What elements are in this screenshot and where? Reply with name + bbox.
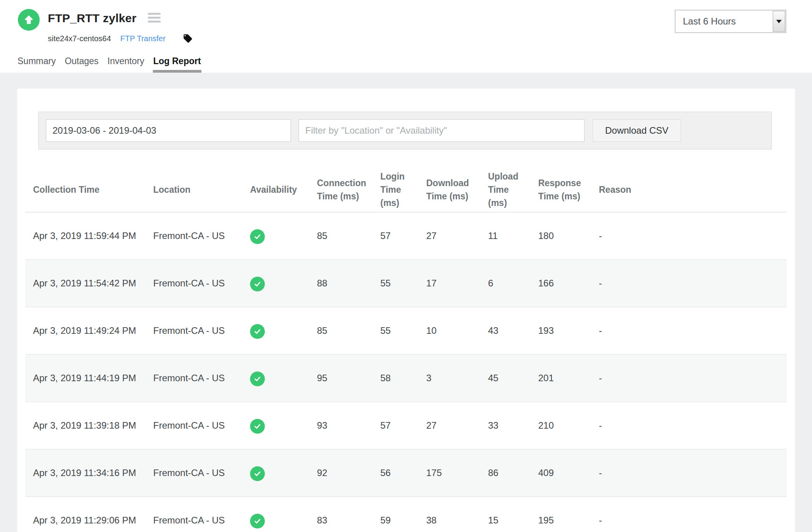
header-upload-time: Upload Time (ms) xyxy=(480,167,530,212)
cell-connection-time: 95 xyxy=(309,354,373,402)
table-header: Collection Time Location Availability Co… xyxy=(25,167,787,212)
cell-reason: - xyxy=(591,212,787,260)
cell-collection-time: Apr 3, 2019 11:29:06 PM xyxy=(25,497,145,532)
cell-availability xyxy=(242,212,309,260)
table-row: Apr 3, 2019 11:59:44 PMFremont-CA - US85… xyxy=(25,212,787,260)
cell-location: Fremont-CA - US xyxy=(145,354,242,402)
monitor-status-up-icon xyxy=(18,9,40,31)
cell-reason: - xyxy=(591,260,787,307)
download-csv-button[interactable]: Download CSV xyxy=(593,119,681,142)
cell-response-time: 210 xyxy=(530,402,591,449)
cell-response-time: 201 xyxy=(530,354,591,402)
availability-up-icon xyxy=(250,229,265,244)
cell-download-time: 38 xyxy=(418,497,480,532)
cell-connection-time: 92 xyxy=(309,449,373,497)
log-table-body: Apr 3, 2019 11:59:44 PMFremont-CA - US85… xyxy=(25,212,787,532)
cell-login-time: 59 xyxy=(373,497,418,532)
header-download-time: Download Time (ms) xyxy=(418,167,480,212)
tab-log-report[interactable]: Log Report xyxy=(153,56,201,73)
availability-up-icon xyxy=(250,419,265,434)
cell-connection-time: 85 xyxy=(309,307,373,354)
table-row: Apr 3, 2019 11:54:42 PMFremont-CA - US88… xyxy=(25,260,787,307)
cell-availability xyxy=(242,449,309,497)
cell-login-time: 58 xyxy=(373,354,418,402)
cell-collection-time: Apr 3, 2019 11:34:16 PM xyxy=(25,449,145,497)
header-collection-time: Collection Time xyxy=(25,167,145,212)
availability-up-icon xyxy=(250,466,265,481)
cell-location: Fremont-CA - US xyxy=(145,307,242,354)
tab-summary[interactable]: Summary xyxy=(17,56,56,73)
cell-response-time: 409 xyxy=(530,449,591,497)
tag-icon[interactable] xyxy=(183,33,193,44)
monitor-type-link[interactable]: FTP Transfer xyxy=(120,34,165,43)
cell-upload-time: 45 xyxy=(480,354,530,402)
cell-availability xyxy=(242,260,309,307)
cell-download-time: 27 xyxy=(418,212,480,260)
tab-bar: Summary Outages Inventory Log Report xyxy=(17,56,201,73)
hamburger-menu-icon[interactable] xyxy=(148,13,161,23)
app-header: FTP_RTT zylker site24x7-centos64 FTP Tra… xyxy=(0,0,812,73)
cell-reason: - xyxy=(591,307,787,354)
cell-collection-time: Apr 3, 2019 11:54:42 PM xyxy=(25,260,145,307)
cell-download-time: 3 xyxy=(418,354,480,402)
cell-collection-time: Apr 3, 2019 11:49:24 PM xyxy=(25,307,145,354)
cell-collection-time: Apr 3, 2019 11:44:19 PM xyxy=(25,354,145,402)
cell-collection-time: Apr 3, 2019 11:59:44 PM xyxy=(25,212,145,260)
filter-bar: Download CSV xyxy=(38,112,772,150)
log-table: Collection Time Location Availability Co… xyxy=(25,167,787,532)
cell-download-time: 175 xyxy=(418,449,480,497)
cell-login-time: 55 xyxy=(373,307,418,354)
monitor-host: site24x7-centos64 xyxy=(48,34,111,43)
cell-download-time: 10 xyxy=(418,307,480,354)
cell-reason: - xyxy=(591,354,787,402)
cell-login-time: 56 xyxy=(373,449,418,497)
cell-reason: - xyxy=(591,497,787,532)
time-range-value: Last 6 Hours xyxy=(676,16,772,27)
cell-connection-time: 88 xyxy=(309,260,373,307)
filter-input[interactable] xyxy=(299,119,584,142)
cell-connection-time: 85 xyxy=(309,212,373,260)
table-row: Apr 3, 2019 11:39:18 PMFremont-CA - US93… xyxy=(25,402,787,449)
cell-response-time: 193 xyxy=(530,307,591,354)
main-area: Download CSV Collection Time Location Av… xyxy=(0,73,812,532)
cell-upload-time: 15 xyxy=(480,497,530,532)
dropdown-arrow-icon[interactable] xyxy=(773,11,785,32)
cell-login-time: 57 xyxy=(373,212,418,260)
cell-upload-time: 11 xyxy=(480,212,530,260)
tab-inventory[interactable]: Inventory xyxy=(107,56,145,73)
cell-location: Fremont-CA - US xyxy=(145,212,242,260)
time-range-select[interactable]: Last 6 Hours xyxy=(675,10,786,33)
log-report-card: Download CSV Collection Time Location Av… xyxy=(17,89,795,532)
cell-connection-time: 83 xyxy=(309,497,373,532)
availability-up-icon xyxy=(250,514,265,529)
header-connection-time: Connection Time (ms) xyxy=(309,167,373,212)
table-row: Apr 3, 2019 11:29:06 PMFremont-CA - US83… xyxy=(25,497,787,532)
cell-upload-time: 86 xyxy=(480,449,530,497)
header-availability: Availability xyxy=(242,167,309,212)
table-row: Apr 3, 2019 11:49:24 PMFremont-CA - US85… xyxy=(25,307,787,354)
date-range-input[interactable] xyxy=(46,119,291,142)
page-title: FTP_RTT zylker xyxy=(48,12,136,25)
cell-upload-time: 33 xyxy=(480,402,530,449)
cell-login-time: 55 xyxy=(373,260,418,307)
cell-availability xyxy=(242,402,309,449)
cell-availability xyxy=(242,354,309,402)
header-response-time: Response Time (ms) xyxy=(530,167,591,212)
header-login-time: Login Time (ms) xyxy=(373,167,418,212)
cell-location: Fremont-CA - US xyxy=(145,497,242,532)
cell-response-time: 180 xyxy=(530,212,591,260)
cell-reason: - xyxy=(591,449,787,497)
cell-location: Fremont-CA - US xyxy=(145,260,242,307)
cell-download-time: 17 xyxy=(418,260,480,307)
monitor-subtitle: site24x7-centos64 FTP Transfer xyxy=(48,33,193,44)
cell-response-time: 195 xyxy=(530,497,591,532)
availability-up-icon xyxy=(250,372,265,386)
cell-connection-time: 93 xyxy=(309,402,373,449)
cell-collection-time: Apr 3, 2019 11:39:18 PM xyxy=(25,402,145,449)
cell-location: Fremont-CA - US xyxy=(145,402,242,449)
cell-login-time: 57 xyxy=(373,402,418,449)
table-row: Apr 3, 2019 11:44:19 PMFremont-CA - US95… xyxy=(25,354,787,402)
tab-outages[interactable]: Outages xyxy=(64,56,99,73)
availability-up-icon xyxy=(250,324,265,339)
cell-availability xyxy=(242,307,309,354)
